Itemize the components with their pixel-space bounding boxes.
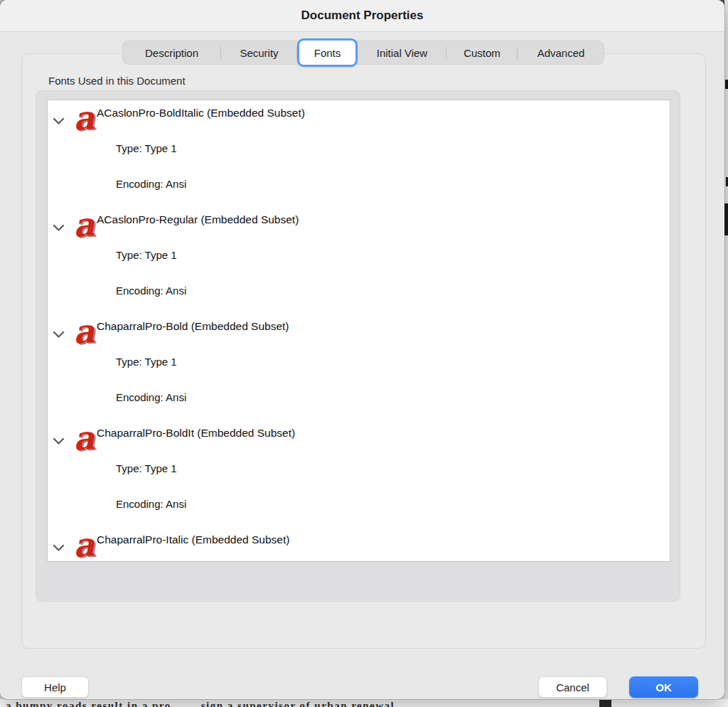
title-bar: Document Properties — [0, 0, 724, 32]
font-detail-row: Encoding: Ansi — [48, 385, 670, 420]
type1-font-icon: a — [68, 314, 99, 350]
font-detail-row: Encoding: Ansi — [48, 278, 670, 314]
fonts-group-label: Fonts Used in this Document — [48, 75, 186, 87]
font-entry-row[interactable]: a ChaparralPro-Italic (Embedded Subset) — [48, 527, 670, 562]
tab-initial-view[interactable]: Initial View — [358, 41, 446, 65]
chevron-down-icon[interactable] — [53, 544, 65, 552]
chevron-down-icon[interactable] — [53, 331, 65, 339]
type1-font-icon: a — [68, 100, 99, 137]
font-name: ACaslonPro-BoldItalic (Embedded Subset) — [97, 107, 305, 119]
font-entry-row[interactable]: a ChaparralPro-BoldIt (Embedded Subset) — [48, 420, 670, 456]
font-name: ACaslonPro-Regular (Embedded Subset) — [97, 213, 299, 226]
font-detail-row: Type: Type 1 — [48, 456, 670, 491]
font-detail-row: Type: Type 1 — [48, 243, 670, 278]
font-name: ChaparralPro-BoldIt (Embedded Subset) — [97, 427, 295, 440]
font-type: Type: Type 1 — [116, 462, 177, 474]
tab-advanced[interactable]: Advanced — [518, 41, 604, 65]
type1-font-icon: a — [68, 207, 99, 243]
tab-custom[interactable]: Custom — [446, 41, 518, 65]
tab-fonts[interactable]: Fonts — [297, 38, 358, 67]
font-encoding: Encoding: Ansi — [116, 391, 186, 403]
tab-security[interactable]: Security — [221, 41, 297, 65]
font-type: Type: Type 1 — [116, 249, 177, 261]
dialog-title: Document Properties — [301, 9, 424, 23]
tab-bar: Description Security Fonts Initial View … — [122, 41, 604, 65]
help-button[interactable]: Help — [21, 676, 89, 698]
chevron-down-icon[interactable] — [53, 224, 65, 232]
tab-description[interactable]: Description — [122, 41, 221, 65]
chevron-down-icon[interactable] — [53, 437, 65, 445]
background-document-text-strip: a bumpy roads result in a prosign a supe… — [0, 699, 728, 707]
font-name: ChaparralPro-Italic (Embedded Subset) — [97, 533, 289, 546]
document-properties-dialog: Document Properties Description Security… — [0, 0, 724, 699]
font-entry-row[interactable]: a ChaparralPro-Bold (Embedded Subset) — [48, 314, 670, 349]
type1-font-icon: a — [68, 527, 99, 562]
font-entry-row[interactable]: a ACaslonPro-Regular (Embedded Subset) — [48, 207, 670, 243]
font-detail-row: Type: Type 1 — [48, 349, 670, 385]
font-encoding: Encoding: Ansi — [116, 178, 186, 190]
background-document-mark — [725, 80, 728, 89]
cancel-button[interactable]: Cancel — [538, 676, 607, 698]
type1-font-icon: a — [68, 420, 99, 457]
font-encoding: Encoding: Ansi — [116, 285, 186, 297]
background-document-text: a bumpy roads result in a prosign a supe… — [6, 700, 724, 707]
font-detail-row: Encoding: Ansi — [48, 491, 670, 527]
font-encoding: Encoding: Ansi — [116, 498, 186, 510]
font-type: Type: Type 1 — [116, 142, 177, 154]
font-detail-row: Encoding: Ansi — [48, 171, 670, 207]
background-document-mark — [724, 203, 728, 235]
font-entry-row[interactable]: a ACaslonPro-BoldItalic (Embedded Subset… — [48, 100, 670, 136]
chevron-down-icon[interactable] — [53, 117, 65, 125]
font-name: ChaparralPro-Bold (Embedded Subset) — [97, 320, 289, 333]
font-type: Type: Type 1 — [116, 356, 177, 368]
background-document-edge — [724, 0, 728, 699]
font-detail-row: Type: Type 1 — [48, 136, 670, 171]
background-document-mark — [599, 700, 611, 707]
ok-button[interactable]: OK — [629, 676, 698, 698]
fonts-used-list: a ACaslonPro-BoldItalic (Embedded Subset… — [47, 100, 670, 562]
